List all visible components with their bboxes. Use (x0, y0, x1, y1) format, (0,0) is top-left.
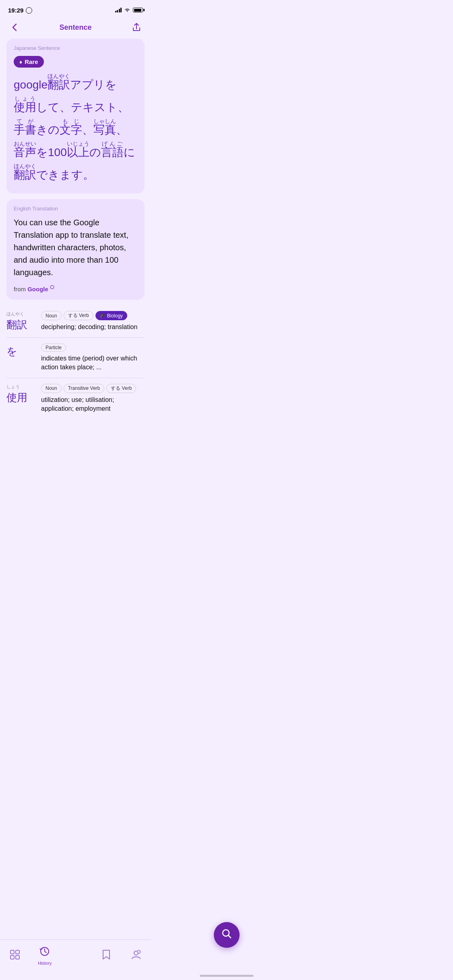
vocab-tags-shiyou: Noun Transitive Verb する Verb (41, 384, 145, 393)
battery-icon (133, 8, 143, 12)
translation-text: You can use the Google Translation app t… (14, 216, 137, 279)
vocab-row-honnyaku: ほんやく 翻訳 Noun する Verb 🎓 Biology decipheri… (6, 305, 145, 338)
vocab-jp-honnyaku: ほんやく 翻訳 (6, 311, 35, 332)
shiyou-ruby: 使用しょう (14, 101, 36, 113)
japanese-sentence-text: google翻訳ほんやくアプリを使用しょうして、テキスト、手て書がきの文字もじ、… (14, 73, 137, 186)
tag-suru-verb-1: する Verb (64, 311, 93, 320)
diamond-icon: ♦ (19, 59, 22, 65)
external-link-icon: ⬡ (50, 284, 54, 290)
wifi-icon (124, 8, 130, 12)
nav-bar: Sentence (0, 18, 151, 39)
vocab-right-shiyou: Noun Transitive Verb する Verb utilization… (41, 384, 145, 414)
vocab-furi-honnyaku: ほんやく (6, 311, 24, 317)
translation-card-label: English Translation (14, 206, 137, 212)
vocab-furi-shiyou: しょう (6, 384, 20, 390)
tag-suru-verb-2: する Verb (106, 384, 136, 393)
translation-card: English Translation You can use the Goog… (6, 199, 145, 300)
vocab-def-shiyou: utilization; use; utilisation; applicati… (41, 395, 145, 414)
rare-label: Rare (25, 58, 38, 65)
status-bar: 19:29 (0, 0, 151, 18)
vocab-word-honnyaku[interactable]: 翻訳 (6, 318, 27, 332)
tag-transitive-verb: Transitive Verb (64, 384, 105, 393)
vocab-right-wo: Particle indicates time (period) over wh… (41, 344, 145, 372)
vocab-row-shiyou: しょう 使用 Noun Transitive Verb する Verb util… (6, 378, 145, 419)
person-status-icon (26, 7, 32, 14)
tag-noun-1: Noun (41, 311, 62, 320)
tag-particle: Particle (41, 344, 66, 352)
svg-point-0 (127, 11, 128, 12)
vocab-word-shiyou[interactable]: 使用 (6, 391, 27, 405)
vocab-row-wo: を Particle indicates time (period) over … (6, 338, 145, 378)
google-source-link[interactable]: Google ⬡ (27, 286, 54, 292)
signal-icon (115, 8, 122, 12)
clock: 19:29 (8, 7, 23, 14)
rare-badge: ♦ Rare (14, 56, 44, 68)
vocab-right-honnyaku: Noun する Verb 🎓 Biology deciphering; deco… (41, 311, 145, 331)
share-button[interactable] (130, 21, 143, 34)
japanese-card-label: Japanese Sentence (14, 45, 137, 51)
page-title: Sentence (59, 23, 91, 32)
back-button[interactable] (8, 21, 21, 34)
vocab-jp-shiyou: しょう 使用 (6, 384, 35, 405)
tag-biology: 🎓 Biology (95, 311, 127, 320)
vocab-word-wo[interactable]: を (6, 344, 17, 358)
status-time: 19:29 (8, 7, 32, 14)
tag-noun-2: Noun (41, 384, 62, 393)
vocab-def-wo: indicates time (period) over which actio… (41, 354, 145, 372)
sentence-part-1: google (14, 78, 48, 91)
honnyaku-ruby: 翻訳ほんやく (48, 78, 70, 91)
translation-source: from Google ⬡ (14, 284, 137, 292)
japanese-sentence-card: Japanese Sentence ♦ Rare google翻訳ほんやくアプリ… (6, 39, 145, 194)
vocab-jp-wo: を (6, 344, 35, 358)
vocabulary-section: ほんやく 翻訳 Noun する Verb 🎓 Biology decipheri… (6, 305, 145, 419)
vocab-def-honnyaku: deciphering; decoding; translation (41, 323, 145, 331)
vocab-tags-honnyaku: Noun する Verb 🎓 Biology (41, 311, 145, 320)
status-icons (115, 8, 143, 12)
vocab-tags-wo: Particle (41, 344, 145, 352)
